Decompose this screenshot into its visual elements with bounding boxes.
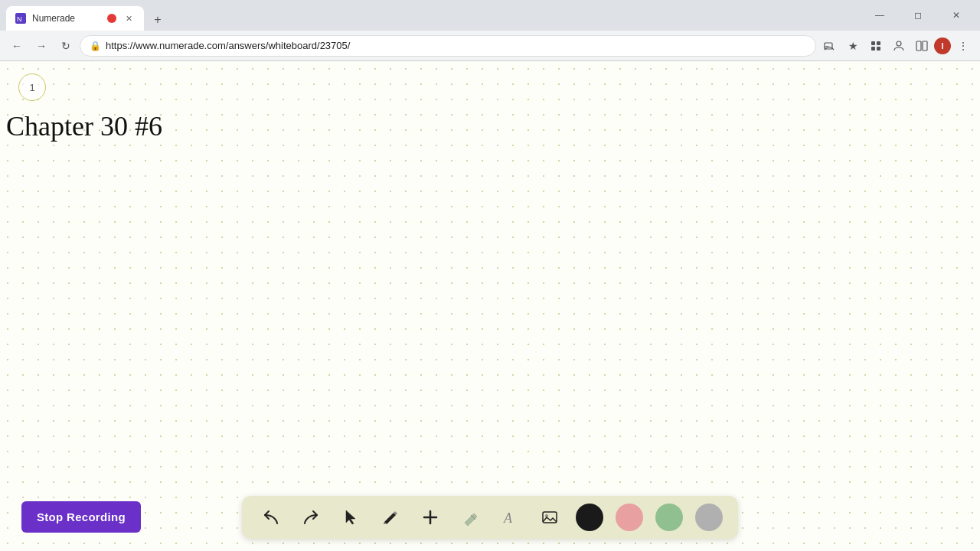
svg-rect-3 (877, 41, 880, 45)
back-button[interactable]: ← (6, 35, 28, 57)
profile-button[interactable]: I (934, 37, 951, 54)
reload-button[interactable]: ↻ (55, 35, 77, 57)
stop-recording-button[interactable]: Stop Recording (21, 501, 141, 533)
close-window-button[interactable]: ✕ (939, 3, 974, 28)
tab-close-button[interactable]: ✕ (122, 12, 135, 24)
minimize-button[interactable]: — (862, 3, 897, 28)
color-gray[interactable] (695, 504, 723, 531)
svg-rect-2 (871, 41, 875, 45)
title-bar: N Numerade ✕ + — ◻ ✕ (0, 0, 980, 31)
active-tab[interactable]: N Numerade ✕ (6, 6, 144, 31)
maximize-button[interactable]: ◻ (900, 3, 936, 28)
svg-rect-5 (877, 47, 880, 51)
text-tool-button[interactable]: A (496, 504, 524, 531)
new-tab-button[interactable]: + (147, 9, 168, 31)
color-pink[interactable] (616, 504, 643, 531)
eraser-tool-button[interactable] (456, 504, 484, 531)
browser-frame: N Numerade ✕ + — ◻ ✕ ← → ↻ 🔒 https://www… (0, 0, 980, 551)
color-green[interactable] (655, 504, 683, 531)
svg-point-6 (897, 41, 901, 46)
pencil-tool-button[interactable] (377, 504, 404, 531)
window-controls: — ◻ ✕ (862, 3, 974, 28)
menu-button[interactable]: ⋮ (952, 35, 974, 57)
tab-record-dot (107, 14, 116, 23)
browser-toolbar-icons: ★ I (819, 35, 974, 57)
page-number: 1 (18, 73, 46, 101)
cast-icon[interactable] (819, 35, 841, 57)
color-black[interactable] (576, 504, 603, 531)
svg-text:A: A (503, 510, 513, 526)
add-button[interactable] (416, 504, 444, 531)
svg-rect-4 (871, 47, 875, 51)
whiteboard-canvas[interactable]: 1 Chapter 30 #6 Stop Recording (0, 61, 980, 551)
url-text: https://www.numerade.com/answers/whitebo… (106, 40, 806, 51)
address-bar-row: ← → ↻ 🔒 https://www.numerade.com/answers… (0, 31, 980, 61)
undo-button[interactable] (257, 504, 285, 531)
tab-title: Numerade (32, 13, 101, 24)
tab-favicon: N (15, 13, 26, 24)
account-icon[interactable] (888, 35, 910, 57)
svg-rect-7 (916, 41, 921, 51)
address-bar[interactable]: 🔒 https://www.numerade.com/answers/white… (80, 35, 816, 57)
extensions-icon[interactable] (865, 35, 887, 57)
forward-button[interactable]: → (31, 35, 52, 57)
bookmark-icon[interactable]: ★ (842, 35, 864, 57)
svg-text:N: N (17, 15, 22, 22)
svg-rect-8 (923, 41, 927, 51)
drawing-toolbar: A (242, 496, 738, 539)
svg-rect-13 (543, 512, 557, 523)
image-tool-button[interactable] (536, 504, 564, 531)
tab-bar: N Numerade ✕ + (6, 0, 862, 31)
redo-button[interactable] (297, 504, 325, 531)
lock-icon: 🔒 (90, 41, 101, 51)
split-screen-icon[interactable] (911, 35, 933, 57)
select-tool-button[interactable] (337, 504, 364, 531)
whiteboard-title: Chapter 30 #6 (6, 110, 162, 142)
